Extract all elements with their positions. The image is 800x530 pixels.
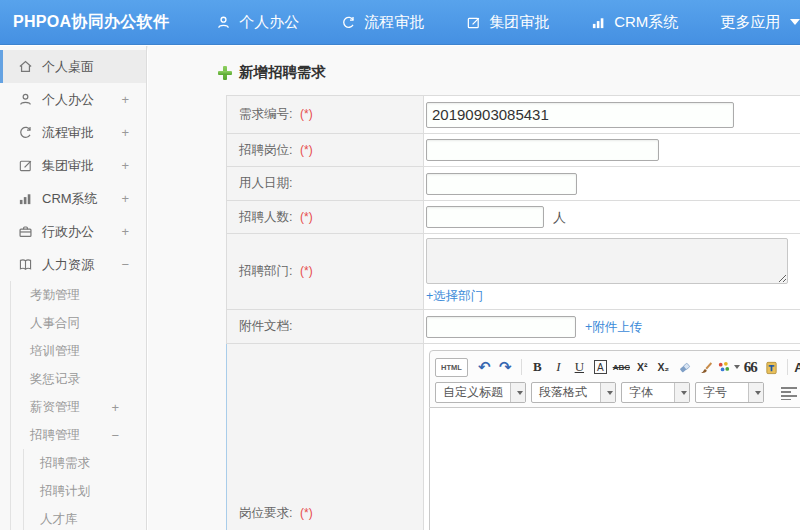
paste-icon[interactable]: [761, 357, 782, 377]
field-label: 岗位要求:: [239, 506, 292, 520]
attachment-upload-link[interactable]: +附件上传: [585, 320, 642, 334]
sidebar-subitem-training[interactable]: 培训管理: [11, 337, 146, 365]
expand-plus-icon[interactable]: +: [121, 191, 129, 206]
expand-plus-icon[interactable]: +: [111, 400, 119, 415]
strikethrough-button[interactable]: ABC: [611, 357, 632, 377]
toolbar-separator: [787, 359, 788, 375]
collapse-minus-icon[interactable]: −: [111, 428, 119, 443]
source-code-button[interactable]: HTML: [435, 358, 468, 377]
field-label: 招聘人数:: [239, 210, 292, 224]
italic-button[interactable]: I: [548, 357, 569, 377]
blockquote-button[interactable]: 66: [740, 357, 761, 377]
sidebar-subitem-recruit-mgmt[interactable]: 招聘管理 −: [11, 421, 146, 449]
sidebar-subitem-attendance[interactable]: 考勤管理: [11, 281, 146, 309]
attachment-input[interactable]: [426, 316, 576, 338]
subitem-label: 人事合同: [30, 315, 80, 332]
sidebar-item-hr[interactable]: 人力资源 −: [0, 248, 146, 281]
bar-chart-icon: [591, 15, 606, 30]
sidebar-subitem-talent-pool[interactable]: 人才库: [24, 505, 146, 530]
topnav-label: 更多应用: [720, 13, 780, 32]
superscript-button[interactable]: X²: [632, 357, 653, 377]
hr-submenu: 考勤管理 人事合同 培训管理 奖惩记录 薪资管理 + 招聘管理 − 招聘需求: [10, 281, 146, 530]
topnav-label: 流程审批: [364, 13, 424, 32]
sidebar-item-label: 个人办公: [42, 91, 94, 109]
sidebar-item-workflow-approval[interactable]: 流程审批 +: [0, 116, 146, 149]
select-department-link[interactable]: +选择部门: [426, 288, 483, 305]
recruit-demand-form: 需求编号: (*) 招聘岗位: (*) 用人日期:: [226, 95, 800, 530]
sidebar-subitem-recruit-demand[interactable]: 招聘需求: [24, 449, 146, 477]
sidebar-item-label: 个人桌面: [42, 58, 94, 76]
topnav-crm[interactable]: CRM系统: [570, 13, 699, 32]
chevron-down-icon: [681, 391, 687, 395]
toolbar-separator: [521, 359, 522, 375]
editor-content-area[interactable]: [429, 408, 800, 530]
topnav-label: CRM系统: [614, 13, 678, 32]
topnav-group-approval[interactable]: 集团审批: [445, 13, 570, 32]
topbar: PHPOA协同办公软件 个人办公 流程审批 集团审批 CRM系统: [0, 0, 800, 45]
autotypeset-button[interactable]: A: [590, 357, 611, 377]
undo-icon[interactable]: ↶: [474, 357, 495, 377]
expand-plus-icon[interactable]: +: [121, 224, 129, 239]
field-label-cell: 附件文档:: [227, 310, 424, 344]
department-textarea[interactable]: [426, 238, 788, 284]
required-mark: (*): [300, 107, 313, 121]
person-icon: [18, 92, 33, 107]
demand-no-input[interactable]: [426, 102, 734, 128]
sidebar-item-personal-office[interactable]: 个人办公 +: [0, 83, 146, 116]
custom-title-dropdown[interactable]: 自定义标题: [435, 382, 526, 403]
form-row-requirements: 岗位要求: (*) HTML ↶ ↷ B I: [227, 344, 800, 530]
chevron-down-icon: [517, 391, 523, 395]
briefcase-icon: [18, 224, 33, 239]
sidebar: 个人桌面 个人办公 + 流程审批 + 集团审批 + CRM系统 + 行政办公 +: [0, 46, 147, 530]
topnav-workflow-approval[interactable]: 流程审批: [320, 13, 445, 32]
field-label-cell: 招聘岗位: (*): [227, 134, 424, 167]
format-brush-icon[interactable]: [695, 357, 716, 377]
expand-plus-icon[interactable]: +: [121, 125, 129, 140]
required-mark: (*): [300, 210, 313, 224]
field-label-cell: 招聘人数: (*): [227, 201, 424, 234]
topnav-personal-office[interactable]: 个人办公: [195, 13, 320, 32]
underline-button[interactable]: U: [569, 357, 590, 377]
sidebar-subitem-hr-contract[interactable]: 人事合同: [11, 309, 146, 337]
book-icon: [18, 257, 33, 272]
bold-button[interactable]: B: [527, 357, 548, 377]
form-row-hire-date: 用人日期:: [227, 167, 800, 201]
headcount-unit: 人: [553, 210, 566, 225]
sidebar-item-personal-desktop[interactable]: 个人桌面: [0, 50, 146, 83]
required-mark: (*): [300, 264, 313, 278]
body-row: 个人桌面 个人办公 + 流程审批 + 集团审批 + CRM系统 + 行政办公 +: [0, 46, 800, 530]
redo-icon[interactable]: ↷: [495, 357, 516, 377]
subscript-button[interactable]: X₂: [653, 357, 674, 377]
alignment-buttons: [779, 383, 800, 403]
field-label-cell: 用人日期:: [227, 167, 424, 201]
headcount-input[interactable]: [426, 206, 544, 228]
sidebar-item-admin-office[interactable]: 行政办公 +: [0, 215, 146, 248]
color-palette-icon[interactable]: [716, 357, 740, 377]
subitem-label: 薪资管理: [30, 399, 80, 416]
sidebar-item-crm[interactable]: CRM系统 +: [0, 182, 146, 215]
collapse-minus-icon[interactable]: −: [121, 257, 129, 272]
sidebar-subitem-salary[interactable]: 薪资管理 +: [11, 393, 146, 421]
expand-plus-icon[interactable]: +: [121, 158, 129, 173]
sidebar-subitem-recruit-plan[interactable]: 招聘计划: [24, 477, 146, 505]
editor-toolbar: HTML ↶ ↷ B I U A ABC X² X₂: [429, 350, 800, 408]
form-row-department: 招聘部门: (*) +选择部门: [227, 234, 800, 310]
subitem-label: 招聘计划: [40, 483, 90, 500]
topnav-more-apps[interactable]: 更多应用: [699, 13, 800, 32]
font-size-dropdown[interactable]: 字号: [695, 382, 764, 403]
format-eraser-icon[interactable]: [674, 357, 695, 377]
field-label-cell: 岗位要求: (*): [227, 344, 424, 530]
paragraph-format-dropdown[interactable]: 段落格式: [531, 382, 616, 403]
hire-date-input[interactable]: [426, 173, 577, 195]
sidebar-item-group-approval[interactable]: 集团审批 +: [0, 149, 146, 182]
sidebar-subitem-rewards[interactable]: 奖惩记录: [11, 365, 146, 393]
font-color-button[interactable]: A: [793, 357, 800, 377]
subitem-label: 奖惩记录: [30, 371, 80, 388]
subitem-label: 招聘管理: [30, 427, 80, 444]
align-left-icon[interactable]: [779, 383, 800, 403]
field-label-cell: 招聘部门: (*): [227, 234, 424, 310]
bar-chart-icon: [18, 191, 33, 206]
font-family-dropdown[interactable]: 字体: [621, 382, 690, 403]
position-input[interactable]: [426, 139, 659, 161]
expand-plus-icon[interactable]: +: [121, 92, 129, 107]
